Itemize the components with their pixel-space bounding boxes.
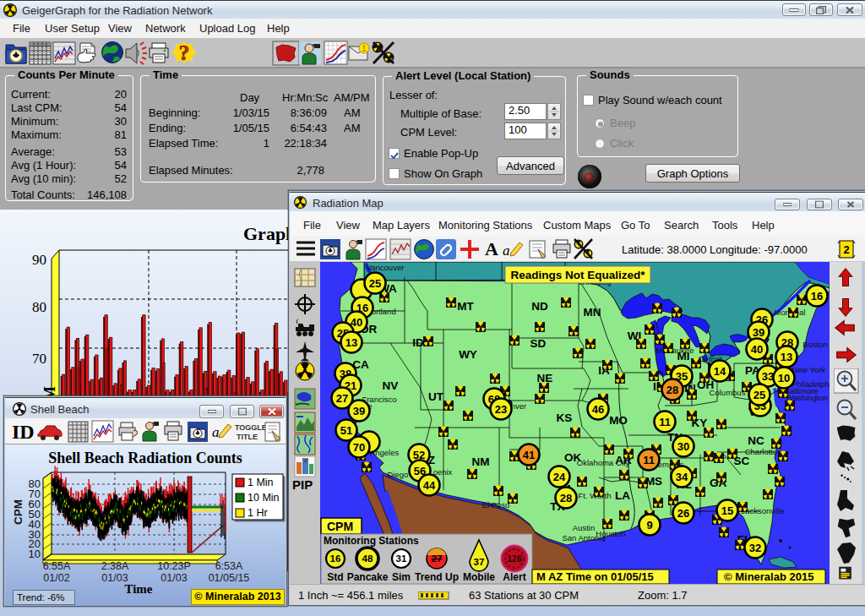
svg-text:a: a bbox=[212, 424, 220, 440]
svg-text:11: 11 bbox=[643, 454, 655, 466]
svg-text:SD: SD bbox=[530, 337, 547, 350]
svg-text:11: 11 bbox=[659, 416, 671, 428]
svg-text:14: 14 bbox=[714, 365, 726, 378]
svg-text:ND: ND bbox=[531, 300, 548, 313]
svg-text:TITLE: TITLE bbox=[237, 433, 258, 441]
svg-text:27: 27 bbox=[432, 553, 443, 564]
svg-text:26: 26 bbox=[677, 507, 689, 520]
svg-text:MT: MT bbox=[457, 300, 474, 313]
svg-text:34: 34 bbox=[676, 471, 688, 483]
svg-text:KS: KS bbox=[557, 412, 573, 424]
svg-text:MN: MN bbox=[584, 306, 601, 319]
svg-text:Austin: Austin bbox=[573, 523, 595, 532]
svg-text:13: 13 bbox=[781, 351, 792, 363]
svg-text:NM: NM bbox=[472, 455, 490, 468]
svg-text:Pancake: Pancake bbox=[347, 571, 389, 583]
svg-text:a: a bbox=[503, 243, 510, 259]
svg-text:Alert: Alert bbox=[503, 571, 525, 583]
svg-text:UT: UT bbox=[428, 390, 444, 403]
svg-text:ID: ID bbox=[12, 421, 35, 443]
svg-text:01/05/15: 01/05/15 bbox=[209, 572, 250, 584]
svg-text:6:55A: 6:55A bbox=[43, 560, 71, 572]
svg-text:Monitoring Stations: Monitoring Stations bbox=[324, 535, 419, 547]
svg-text:El Paso: El Paso bbox=[482, 500, 510, 510]
svg-text:9: 9 bbox=[646, 519, 652, 532]
svg-text:28: 28 bbox=[666, 384, 678, 396]
svg-text:Std: Std bbox=[327, 571, 343, 583]
svg-text:37: 37 bbox=[474, 557, 485, 567]
svg-text:Sim: Sim bbox=[392, 571, 411, 583]
svg-text:ID: ID bbox=[412, 336, 424, 349]
svg-text:25: 25 bbox=[753, 389, 765, 401]
svg-text:13: 13 bbox=[345, 336, 357, 349]
svg-text:Diego: Diego bbox=[388, 470, 409, 479]
svg-text:Boston: Boston bbox=[802, 340, 828, 349]
svg-text:MS: MS bbox=[645, 475, 662, 488]
svg-text:Vancouver: Vancouver bbox=[367, 263, 405, 272]
svg-text:16: 16 bbox=[811, 290, 823, 303]
svg-text:15: 15 bbox=[721, 504, 733, 517]
svg-text:TOGGLE: TOGGLE bbox=[235, 423, 267, 432]
svg-text:33: 33 bbox=[762, 370, 774, 383]
svg-text:23: 23 bbox=[495, 403, 507, 416]
svg-text:Mobile: Mobile bbox=[463, 571, 495, 583]
svg-text:10: 10 bbox=[29, 548, 41, 560]
svg-text:126: 126 bbox=[507, 553, 522, 564]
svg-text:Readings Not Equalized*: Readings Not Equalized* bbox=[510, 269, 645, 281]
svg-text:10:23P: 10:23P bbox=[157, 560, 191, 572]
svg-text:New York: New York bbox=[792, 365, 825, 374]
svg-text:25: 25 bbox=[369, 277, 381, 290]
svg-text:San Antonio: San Antonio bbox=[562, 533, 605, 542]
svg-text:2: 2 bbox=[843, 243, 849, 256]
svg-text:Columbus: Columbus bbox=[710, 388, 746, 397]
svg-text:70: 70 bbox=[353, 441, 365, 454]
svg-text:2:38A: 2:38A bbox=[101, 560, 129, 572]
svg-text:30: 30 bbox=[677, 440, 689, 453]
svg-text:A: A bbox=[485, 238, 498, 259]
svg-text:© Mineralab 2015: © Mineralab 2015 bbox=[724, 570, 813, 583]
svg-text:CPM: CPM bbox=[12, 499, 24, 525]
svg-text:48: 48 bbox=[362, 553, 373, 564]
svg-text:41: 41 bbox=[523, 449, 535, 461]
svg-text:Trend Up: Trend Up bbox=[415, 571, 459, 583]
svg-text:MO: MO bbox=[609, 414, 628, 427]
svg-text:Jacksonville: Jacksonville bbox=[741, 506, 784, 515]
svg-text:6:53A: 6:53A bbox=[215, 560, 243, 572]
svg-text:39: 39 bbox=[353, 405, 365, 417]
svg-text:01/02: 01/02 bbox=[43, 572, 69, 584]
svg-text:10 Min: 10 Min bbox=[248, 492, 280, 504]
svg-text:32: 32 bbox=[749, 542, 761, 554]
svg-text:?: ? bbox=[179, 41, 190, 64]
svg-text:M AZ Time on 01/05/15: M AZ Time on 01/05/15 bbox=[536, 570, 654, 583]
svg-text:NC: NC bbox=[748, 434, 764, 447]
svg-text:nver: nver bbox=[511, 401, 526, 411]
svg-text:01/03: 01/03 bbox=[160, 572, 187, 584]
svg-text:LA: LA bbox=[615, 489, 630, 502]
svg-text:40: 40 bbox=[751, 343, 763, 356]
svg-text:Oklahoma City: Oklahoma City bbox=[577, 458, 630, 467]
svg-text:WY: WY bbox=[459, 348, 477, 361]
svg-text:46: 46 bbox=[592, 403, 604, 416]
svg-text:Time: Time bbox=[124, 582, 152, 596]
svg-text:51: 51 bbox=[340, 424, 352, 437]
svg-text:28: 28 bbox=[560, 492, 572, 504]
svg-text:16: 16 bbox=[330, 553, 341, 564]
svg-text:NV: NV bbox=[383, 379, 399, 392]
svg-text:oenix: oenix bbox=[433, 467, 453, 477]
svg-text:31: 31 bbox=[396, 553, 407, 564]
svg-text:27: 27 bbox=[336, 392, 348, 405]
svg-text:10: 10 bbox=[778, 372, 790, 384]
svg-text:24: 24 bbox=[553, 471, 566, 483]
svg-text:1 Hr: 1 Hr bbox=[248, 507, 268, 519]
svg-text:CPM: CPM bbox=[327, 520, 353, 533]
svg-text:39: 39 bbox=[753, 326, 764, 339]
svg-text:1 Min: 1 Min bbox=[248, 477, 274, 488]
svg-text:44: 44 bbox=[423, 479, 436, 492]
